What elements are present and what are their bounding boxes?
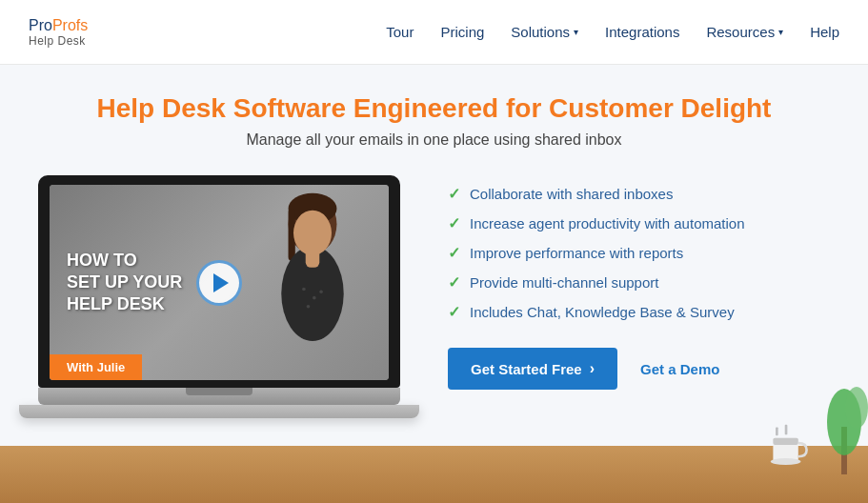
arrow-icon: › bbox=[590, 360, 595, 377]
play-button[interactable] bbox=[196, 260, 242, 306]
svg-rect-17 bbox=[785, 425, 788, 435]
svg-rect-14 bbox=[773, 438, 797, 445]
check-icon: ✓ bbox=[448, 185, 460, 203]
logo-profs-text: Profs bbox=[52, 17, 88, 33]
header: ProProfs Help Desk Tour Pricing Solution… bbox=[0, 0, 868, 65]
plant-decoration bbox=[820, 370, 868, 465]
video-line3: HELP DESK bbox=[67, 293, 182, 315]
video-julie-label: With Julie bbox=[50, 354, 142, 380]
logo-subtitle: Help Desk bbox=[29, 35, 88, 47]
feature-text: Includes Chat, Knowledge Base & Survey bbox=[470, 304, 735, 320]
get-demo-button[interactable]: Get a Demo bbox=[640, 361, 719, 377]
chevron-down-icon: ▾ bbox=[778, 27, 783, 37]
svg-point-6 bbox=[302, 288, 306, 292]
nav-help[interactable]: Help bbox=[810, 24, 839, 40]
svg-point-12 bbox=[845, 387, 868, 429]
wood-table bbox=[0, 446, 868, 503]
laptop-screen-outer: HOW TO SET UP YOUR HELP DESK bbox=[38, 175, 400, 388]
logo-pro-text: Pro bbox=[29, 17, 52, 33]
logo[interactable]: ProProfs Help Desk bbox=[29, 18, 88, 47]
video-line2: SET UP YOUR bbox=[67, 272, 182, 293]
hero-content: HOW TO SET UP YOUR HELP DESK bbox=[38, 175, 830, 418]
list-item: ✓ Improve performance with reports bbox=[448, 244, 830, 262]
feature-text: Provide multi-channel support bbox=[470, 274, 658, 291]
feature-text: Increase agent productivity with automat… bbox=[470, 215, 745, 231]
svg-point-9 bbox=[319, 290, 323, 293]
get-started-button[interactable]: Get Started Free › bbox=[448, 348, 617, 390]
nav-pricing[interactable]: Pricing bbox=[440, 24, 484, 40]
main-nav: Tour Pricing Solutions ▾ Integrations Re… bbox=[386, 24, 839, 40]
video-container: HOW TO SET UP YOUR HELP DESK bbox=[38, 175, 400, 418]
check-icon: ✓ bbox=[448, 244, 460, 262]
feature-list: ✓ Collaborate with shared inboxes ✓ Incr… bbox=[448, 185, 830, 321]
laptop-base bbox=[38, 388, 400, 405]
list-item: ✓ Includes Chat, Knowledge Base & Survey bbox=[448, 303, 830, 321]
nav-integrations[interactable]: Integrations bbox=[605, 24, 679, 40]
list-item: ✓ Increase agent productivity with autom… bbox=[448, 214, 830, 232]
svg-point-5 bbox=[293, 211, 332, 255]
nav-resources[interactable]: Resources ▾ bbox=[706, 24, 783, 40]
person-silhouette bbox=[255, 190, 370, 380]
laptop-foot bbox=[19, 405, 419, 418]
features-side: ✓ Collaborate with shared inboxes ✓ Incr… bbox=[448, 175, 830, 390]
video-text-overlay: HOW TO SET UP YOUR HELP DESK bbox=[67, 249, 182, 315]
nav-tour[interactable]: Tour bbox=[386, 24, 414, 40]
person-svg bbox=[255, 190, 370, 380]
svg-point-15 bbox=[771, 458, 801, 465]
video-line1: HOW TO bbox=[67, 249, 182, 271]
check-icon: ✓ bbox=[448, 303, 460, 321]
svg-rect-16 bbox=[776, 427, 778, 435]
laptop-screen: HOW TO SET UP YOUR HELP DESK bbox=[50, 185, 389, 380]
feature-text: Collaborate with shared inboxes bbox=[470, 186, 673, 202]
feature-text: Improve performance with reports bbox=[470, 245, 683, 261]
hero-section: Help Desk Software Engineered for Custom… bbox=[0, 65, 868, 503]
svg-point-7 bbox=[313, 296, 316, 300]
cta-row: Get Started Free › Get a Demo bbox=[448, 348, 830, 390]
list-item: ✓ Provide multi-channel support bbox=[448, 273, 830, 292]
list-item: ✓ Collaborate with shared inboxes bbox=[448, 185, 830, 203]
hero-title: Help Desk Software Engineered for Custom… bbox=[38, 93, 830, 124]
coffee-cup bbox=[769, 423, 811, 465]
chevron-down-icon: ▾ bbox=[574, 27, 578, 37]
svg-point-8 bbox=[307, 305, 311, 309]
check-icon: ✓ bbox=[448, 273, 460, 292]
nav-solutions[interactable]: Solutions ▾ bbox=[511, 24, 578, 40]
hero-subtitle: Manage all your emails in one place usin… bbox=[38, 131, 830, 149]
check-icon: ✓ bbox=[448, 214, 460, 232]
